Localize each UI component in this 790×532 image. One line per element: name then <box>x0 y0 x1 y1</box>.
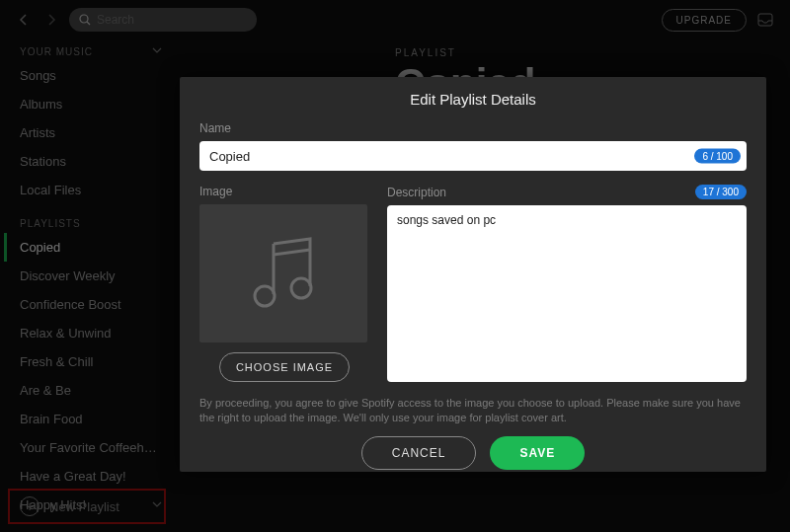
app-root: UPGRADE YOUR MUSIC Songs Albums Artists … <box>0 0 790 532</box>
choose-image-button[interactable]: CHOOSE IMAGE <box>219 352 350 382</box>
playlist-name-input[interactable] <box>199 141 747 171</box>
disclaimer-text: By proceeding, you agree to give Spotify… <box>199 396 747 426</box>
cancel-button[interactable]: CANCEL <box>361 436 477 470</box>
svg-point-3 <box>255 286 275 306</box>
image-placeholder[interactable] <box>199 204 367 342</box>
modal-title: Edit Playlist Details <box>199 91 747 108</box>
svg-point-4 <box>291 278 311 298</box>
description-label: Description <box>387 186 446 199</box>
playlist-description-input[interactable] <box>387 205 747 382</box>
music-note-icon <box>239 229 328 318</box>
save-button[interactable]: SAVE <box>490 436 585 470</box>
image-label: Image <box>199 185 369 198</box>
description-counter-badge: 17 / 300 <box>695 185 747 199</box>
name-label: Name <box>199 121 747 135</box>
name-counter-badge: 6 / 100 <box>694 149 741 164</box>
edit-playlist-modal: Edit Playlist Details Name 6 / 100 Image <box>180 77 766 472</box>
